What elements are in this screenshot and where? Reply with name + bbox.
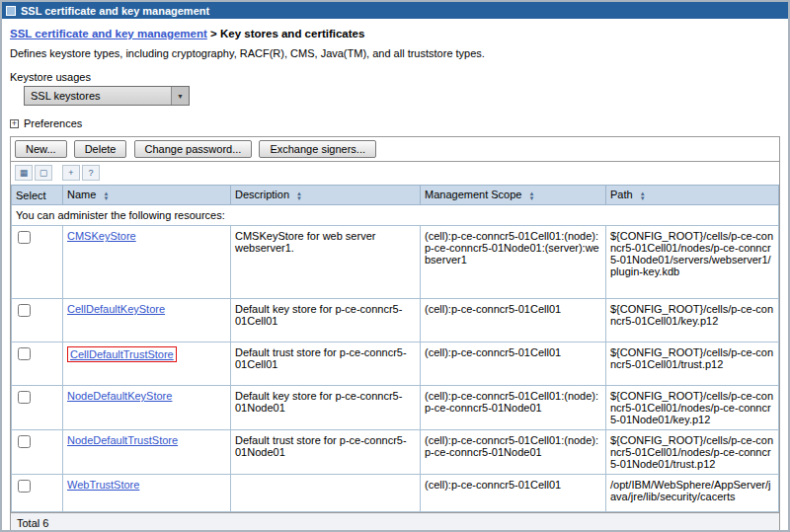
breadcrumb-link[interactable]: SSL certificate and key management [10, 28, 207, 39]
sort-icon[interactable]: ▲▼ [296, 191, 302, 201]
keystore-description [231, 475, 421, 512]
delete-button[interactable]: Delete [74, 140, 127, 158]
table-row-celldefaulttruststore: CellDefaultTrustStore Default trust stor… [12, 342, 779, 386]
window-title: SSL certificate and key management [21, 5, 209, 17]
breadcrumb-separator: > [210, 28, 217, 39]
sort-icon[interactable]: ▲▼ [103, 191, 109, 201]
page-description: Defines keystore types, including crypto… [10, 47, 780, 59]
table-caption: You can administer the following resourc… [12, 205, 779, 226]
table-row-nodedefaulttruststore: NodeDefaultTrustStore Default trust stor… [12, 430, 779, 475]
keystore-path: ${CONFIG_ROOT}/cells/p-ce-conncr5-01Cell… [606, 299, 779, 342]
keystore-link[interactable]: CMSKeyStore [67, 230, 136, 242]
window-titlebar[interactable]: SSL certificate and key management [2, 2, 788, 19]
keystore-usages-label: Keystore usages [10, 71, 780, 83]
exchange-signers-button[interactable]: Exchange signers... [259, 140, 376, 158]
column-header-description[interactable]: Description ▲▼ [231, 186, 421, 205]
help-icon[interactable]: ? [82, 165, 100, 181]
breadcrumb: SSL certificate and key management > Key… [10, 28, 780, 39]
column-header-management-scope[interactable]: Management Scope ▲▼ [421, 186, 606, 205]
keystore-description: Default trust store for p-ce-conncr5-01N… [231, 430, 421, 475]
keystore-scope: (cell):p-ce-conncr5-01Cell01 [421, 299, 606, 342]
keystore-scope: (cell):p-ce-conncr5-01Cell01 [421, 342, 606, 386]
keystore-link[interactable]: NodeDefaultTrustStore [67, 434, 178, 446]
keystore-path: ${CONFIG_ROOT}/cells/p-ce-conncr5-01Cell… [606, 430, 779, 475]
keystore-path: ${CONFIG_ROOT}/cells/p-ce-conncr5-01Cell… [606, 226, 779, 299]
table-caption-row: You can administer the following resourc… [12, 205, 779, 226]
keystore-link-highlighted[interactable]: CellDefaultTrustStore [67, 346, 177, 362]
keystores-table-frame: New... Delete Change password... Exchang… [10, 136, 780, 530]
keystore-description: Default key store for p-ce-conncr5-01Nod… [231, 386, 421, 430]
keystore-description: CMSKeyStore for web server webserver1. [231, 226, 421, 299]
column-header-select: Select [12, 186, 63, 205]
keystore-description: Default key store for p-ce-conncr5-01Cel… [231, 299, 421, 342]
table-row-celldefaultkeystore: CellDefaultKeyStore Default key store fo… [12, 299, 779, 342]
keystore-link[interactable]: CellDefaultKeyStore [67, 303, 165, 315]
select-all-icon[interactable]: ▦ [15, 165, 33, 181]
keystore-scope: (cell):p-ce-conncr5-01Cell01 [421, 475, 606, 512]
keystore-usages-select[interactable]: SSL keystores ▼ [24, 86, 190, 106]
selected-option-label: SSL keystores [31, 90, 101, 102]
table-row-cmskeystore: CMSKeyStore CMSKeyStore for web server w… [12, 226, 779, 299]
table-total: Total 6 [11, 512, 779, 530]
sort-icon[interactable]: ▲▼ [529, 191, 535, 201]
keystore-description: Default trust store for p-ce-conncr5-01C… [231, 342, 421, 386]
page-title: Key stores and certificates [220, 28, 364, 39]
preferences-section: + Preferences [10, 117, 780, 129]
row-checkbox[interactable] [18, 304, 31, 317]
row-checkbox[interactable] [18, 480, 31, 493]
row-checkbox[interactable] [18, 435, 31, 448]
keystores-table: Select Name ▲▼ Description ▲▼ [11, 185, 779, 512]
keystore-path: /opt/IBM/WebSphere/AppServer/java/jre/li… [606, 475, 779, 512]
keystore-path: ${CONFIG_ROOT}/cells/p-ce-conncr5-01Cell… [606, 386, 779, 430]
row-checkbox[interactable] [18, 231, 31, 244]
app-window: SSL certificate and key management SSL c… [0, 0, 790, 532]
change-password-button[interactable]: Change password... [134, 140, 253, 158]
column-header-name[interactable]: Name ▲▼ [63, 186, 231, 205]
expand-icon[interactable]: + [10, 119, 19, 128]
window-icon [6, 6, 16, 16]
preferences-label: Preferences [24, 117, 82, 129]
row-checkbox[interactable] [18, 391, 31, 404]
filter-icon[interactable]: + [62, 165, 80, 181]
table-toolbar: ▦ ▢ + ? [11, 162, 779, 185]
keystore-scope: (cell):p-ce-conncr5-01Cell01:(node):p-ce… [421, 226, 606, 299]
action-button-row: New... Delete Change password... Exchang… [11, 137, 779, 162]
chevron-down-icon[interactable]: ▼ [171, 87, 189, 105]
keystore-path: ${CONFIG_ROOT}/cells/p-ce-conncr5-01Cell… [606, 342, 779, 386]
keystore-usages-block: Keystore usages SSL keystores ▼ [10, 71, 780, 106]
keystore-link[interactable]: WebTrustStore [67, 479, 139, 491]
table-row-webtruststore: WebTrustStore (cell):p-ce-conncr5-01Cell… [12, 475, 779, 512]
keystore-scope: (cell):p-ce-conncr5-01Cell01:(node):p-ce… [421, 386, 606, 430]
page-content: SSL certificate and key management > Key… [2, 19, 788, 530]
row-checkbox[interactable] [18, 347, 31, 360]
table-header-row: Select Name ▲▼ Description ▲▼ [12, 186, 779, 205]
deselect-all-icon[interactable]: ▢ [35, 165, 52, 181]
column-header-path[interactable]: Path ▲▼ [606, 186, 779, 205]
sort-icon[interactable]: ▲▼ [640, 191, 646, 201]
new-button[interactable]: New... [15, 140, 67, 158]
keystore-link[interactable]: NodeDefaultKeyStore [67, 390, 172, 402]
table-row-nodedefaultkeystore: NodeDefaultKeyStore Default key store fo… [12, 386, 779, 430]
keystore-scope: (cell):p-ce-conncr5-01Cell01:(node):p-ce… [421, 430, 606, 475]
